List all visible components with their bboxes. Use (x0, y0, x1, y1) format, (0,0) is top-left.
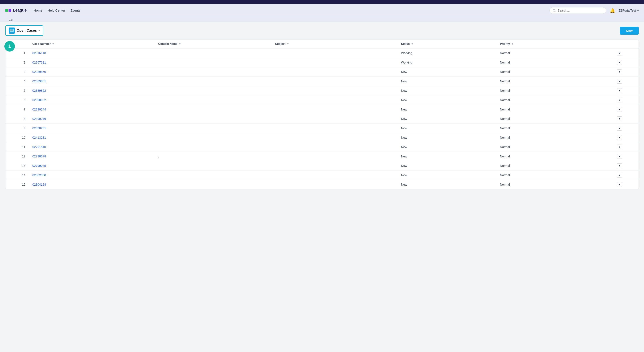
status-cell: New (398, 171, 497, 180)
action-cell[interactable]: ▾ (614, 105, 638, 114)
row-num-cell: 8 (6, 114, 29, 124)
priority-cell: Normal (496, 124, 614, 133)
action-cell[interactable]: ▾ (614, 67, 638, 77)
subject-cell (272, 133, 398, 142)
case-number-cell[interactable]: 02389852 (29, 86, 155, 95)
row-dropdown-button[interactable]: ▾ (617, 69, 622, 74)
priority-cell: Normal (496, 114, 614, 124)
table-row: 3 02389850 New Normal ▾ (6, 67, 638, 77)
view-title: Open Cases (16, 29, 37, 32)
row-dropdown-button[interactable]: ▾ (617, 107, 622, 112)
case-number-link[interactable]: 02389851 (32, 79, 46, 83)
priority-cell: Normal (496, 58, 614, 67)
case-number-cell[interactable]: 02802938 (29, 171, 155, 180)
case-number-link[interactable]: 02389852 (32, 89, 46, 92)
status-cell: New (398, 86, 497, 95)
action-cell[interactable]: ▾ (614, 161, 638, 171)
case-number-cell[interactable]: 02390249 (29, 114, 155, 124)
new-button[interactable]: New (620, 27, 639, 35)
case-number-cell[interactable]: 02798678 (29, 152, 155, 161)
case-number-link[interactable]: 02799045 (32, 164, 46, 168)
status-cell: New (398, 67, 497, 77)
th-case-number[interactable]: Case Number ▼ (29, 39, 155, 48)
priority-value: Normal (500, 89, 510, 92)
notification-bell-icon[interactable]: 🔔 (610, 8, 615, 13)
nav-links: Home Help Center Events (34, 8, 549, 12)
status-cell: Working (398, 48, 497, 58)
row-dropdown-button[interactable]: ▾ (617, 79, 622, 84)
row-num-cell: 4 (6, 77, 29, 86)
case-number-cell[interactable]: 02390032 (29, 95, 155, 105)
th-contact-name[interactable]: Contact Name ▼ (155, 39, 272, 48)
status-cell: New (398, 124, 497, 133)
contact-name-cell (155, 105, 272, 114)
row-dropdown-button[interactable]: ▾ (617, 88, 622, 93)
nav-events[interactable]: Events (70, 8, 80, 12)
action-cell[interactable]: ▾ (614, 86, 638, 95)
logo[interactable]: League (5, 8, 27, 13)
action-cell[interactable]: ▾ (614, 180, 638, 189)
contact-name-cell (155, 114, 272, 124)
row-dropdown-button[interactable]: ▾ (617, 98, 622, 102)
case-number-cell[interactable]: 02390261 (29, 124, 155, 133)
nav-help-center[interactable]: Help Center (48, 8, 65, 12)
case-number-cell[interactable]: 02390244 (29, 105, 155, 114)
action-cell[interactable]: ▾ (614, 48, 638, 58)
case-number-link[interactable]: 02798678 (32, 155, 46, 158)
sub-header: with (0, 17, 644, 22)
case-number-cell[interactable]: 02367311 (29, 58, 155, 67)
row-dropdown-button[interactable]: ▾ (617, 126, 622, 131)
priority-cell: Normal (496, 133, 614, 142)
case-number-cell[interactable]: 02804198 (29, 180, 155, 189)
action-cell[interactable]: ▾ (614, 142, 638, 152)
row-dropdown-button[interactable]: ▾ (617, 145, 622, 149)
row-dropdown-button[interactable]: ▾ (617, 173, 622, 177)
status-cell: New (398, 142, 497, 152)
case-number-link[interactable]: 02413281 (32, 136, 46, 139)
case-number-link[interactable]: 02390032 (32, 98, 46, 102)
case-number-cell[interactable]: 02799045 (29, 161, 155, 171)
row-dropdown-button[interactable]: ▾ (617, 182, 622, 187)
case-number-link[interactable]: 02367311 (32, 61, 46, 64)
subject-cell (272, 67, 398, 77)
contact-name-cell (155, 48, 272, 58)
th-subject[interactable]: Subject ▼ (272, 39, 398, 48)
case-number-cell[interactable]: 02791510 (29, 142, 155, 152)
row-dropdown-button[interactable]: ▾ (617, 154, 622, 159)
case-number-link[interactable]: 02390244 (32, 108, 46, 111)
th-status[interactable]: Status ▼ (398, 39, 497, 48)
case-number-link[interactable]: 02316118 (32, 51, 46, 55)
action-cell[interactable]: ▾ (614, 95, 638, 105)
action-cell[interactable]: ▾ (614, 124, 638, 133)
case-number-link[interactable]: 02804198 (32, 183, 46, 186)
search-input[interactable] (558, 9, 603, 12)
case-number-link[interactable]: 02791510 (32, 145, 46, 149)
search-bar[interactable] (549, 7, 606, 14)
row-dropdown-button[interactable]: ▾ (617, 163, 622, 168)
th-priority[interactable]: Priority ▼ (496, 39, 614, 48)
case-number-cell[interactable]: 02389851 (29, 77, 155, 86)
action-cell[interactable]: ▾ (614, 152, 638, 161)
user-menu[interactable]: E3PortalTest ▾ (619, 9, 639, 12)
action-cell[interactable]: ▾ (614, 58, 638, 67)
case-number-link[interactable]: 02390249 (32, 117, 46, 121)
case-number-cell[interactable]: 02389850 (29, 67, 155, 77)
table-row: 9 02390261 New Normal ▾ (6, 124, 638, 133)
row-dropdown-button[interactable]: ▾ (617, 60, 622, 65)
row-dropdown-button[interactable]: ▾ (617, 116, 622, 121)
action-cell[interactable]: ▾ (614, 77, 638, 86)
th-action (614, 39, 638, 48)
case-number-link[interactable]: 02390261 (32, 126, 46, 130)
priority-value: Normal (500, 136, 510, 139)
row-dropdown-button[interactable]: ▾ (617, 135, 622, 140)
case-number-link[interactable]: 02389850 (32, 70, 46, 74)
case-number-cell[interactable]: 02316118 (29, 48, 155, 58)
row-dropdown-button[interactable]: ▾ (617, 51, 622, 55)
action-cell[interactable]: ▾ (614, 133, 638, 142)
case-number-cell[interactable]: 02413281 (29, 133, 155, 142)
case-number-link[interactable]: 02802938 (32, 174, 46, 177)
action-cell[interactable]: ▾ (614, 171, 638, 180)
nav-home[interactable]: Home (34, 8, 42, 12)
view-selector[interactable]: Open Cases ▾ (5, 25, 43, 36)
action-cell[interactable]: ▾ (614, 114, 638, 124)
